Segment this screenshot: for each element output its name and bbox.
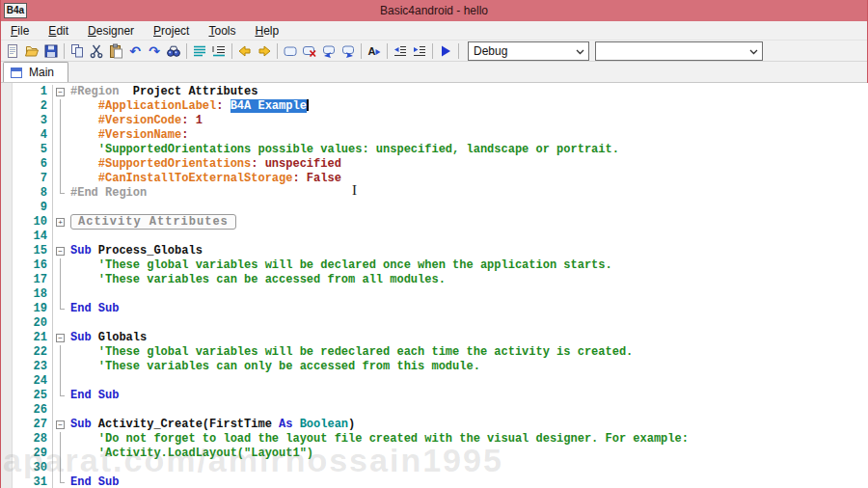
- collapse-region-icon[interactable]: −: [56, 420, 65, 429]
- format-lines-button[interactable]: [190, 41, 209, 61]
- comment-button[interactable]: [319, 41, 339, 61]
- run-button[interactable]: [436, 41, 455, 61]
- tab-main[interactable]: Main: [3, 62, 68, 82]
- code-line[interactable]: 18: [1, 287, 868, 302]
- paste-button[interactable]: [106, 41, 125, 61]
- fold-column: [53, 432, 68, 447]
- outdent-button[interactable]: [391, 41, 410, 61]
- nav-back-button[interactable]: [235, 41, 255, 61]
- format-lines-2-button[interactable]: [209, 41, 229, 61]
- redo-button[interactable]: ↷: [145, 41, 164, 61]
- code-segment: Activity_Create(FirstTime: [92, 418, 279, 431]
- code-segment: : 1: [181, 114, 203, 127]
- code-line[interactable]: 26: [1, 403, 868, 418]
- line-number: 27: [1, 418, 53, 432]
- code-segment: : unspecified: [251, 157, 341, 171]
- tab-main-label: Main: [29, 66, 54, 79]
- code-line[interactable]: 10+Activity Attributes: [1, 215, 868, 230]
- code-line[interactable]: 24: [1, 374, 868, 389]
- code-line[interactable]: 8#End Region: [1, 186, 868, 201]
- fold-column: [53, 230, 68, 244]
- undo-button[interactable]: ↶: [125, 41, 145, 61]
- code-segment: End Sub: [70, 389, 119, 402]
- code-segment: Process_Globals: [92, 244, 203, 258]
- code-line[interactable]: 23 'These variables can only be accessed…: [1, 360, 868, 374]
- code-segment: :: [216, 99, 230, 113]
- code-segment: 'These global variables will be declared…: [98, 258, 612, 272]
- new-file-icon: [5, 43, 20, 59]
- code-editor[interactable]: 1−#Region Project Attributes2 #Applicati…: [1, 83, 868, 488]
- cut-button[interactable]: [87, 41, 106, 61]
- code-line[interactable]: 17 'These variables can be accessed from…: [1, 273, 868, 287]
- new-file-button[interactable]: [3, 41, 22, 61]
- code-line[interactable]: 14: [1, 230, 868, 244]
- line-number: 28: [1, 432, 53, 447]
- code-line[interactable]: 30: [1, 461, 868, 475]
- select-block-icon: [283, 43, 298, 59]
- code-line[interactable]: 21−Sub Globals: [1, 331, 868, 345]
- menu-designer[interactable]: Designer: [78, 21, 144, 41]
- autocomplete-button[interactable]: A: [365, 41, 384, 61]
- fold-column: [53, 258, 68, 273]
- code-segment: 'These variables can be accessed from al…: [98, 273, 446, 286]
- menu-help[interactable]: Help: [245, 21, 288, 41]
- menu-file[interactable]: File: [1, 21, 39, 41]
- code-line[interactable]: 7 #CanInstallToExternalStorage: False: [1, 172, 868, 186]
- line-number: 8: [1, 186, 53, 201]
- copy-button[interactable]: [68, 41, 87, 61]
- collapse-region-icon[interactable]: −: [56, 247, 65, 256]
- expand-region-icon[interactable]: +: [56, 218, 65, 227]
- titlebar[interactable]: B4a Basic4android - hello: [1, 0, 867, 21]
- run-icon: [438, 43, 453, 59]
- code-line[interactable]: 25End Sub: [1, 389, 868, 403]
- code-line[interactable]: 28 'Do not forget to load the layout fil…: [1, 432, 868, 447]
- code-text: 'These variables can be accessed from al…: [68, 273, 446, 287]
- open-folder-button[interactable]: [22, 41, 41, 61]
- code-segment: End Sub: [70, 475, 119, 488]
- code-line[interactable]: 4 #VersionName:: [1, 128, 868, 143]
- code-line[interactable]: 3 #VersionCode: 1: [1, 114, 868, 128]
- menu-tools[interactable]: Tools: [199, 21, 245, 41]
- code-line[interactable]: 2 #ApplicationLabel: B4A Example: [1, 99, 868, 114]
- find-button[interactable]: [164, 41, 183, 61]
- code-line[interactable]: 5 'SupportedOrientations possible values…: [1, 143, 868, 157]
- code-segment: Boolean: [292, 418, 348, 431]
- line-number: 6: [1, 157, 53, 172]
- line-number: 26: [1, 403, 53, 418]
- code-line[interactable]: 27−Sub Activity_Create(FirstTime As Bool…: [1, 418, 868, 432]
- uncomment-button[interactable]: [339, 41, 358, 61]
- collapsed-region-box[interactable]: Activity Attributes: [70, 214, 236, 230]
- fold-guide: [60, 461, 61, 475]
- module-select[interactable]: [595, 41, 763, 61]
- build-config-select[interactable]: Debug: [468, 41, 589, 61]
- line-number: 5: [1, 143, 53, 157]
- toolbar-separator: [186, 43, 187, 59]
- code-line[interactable]: 22 'These global variables will be redec…: [1, 345, 868, 360]
- line-number: 30: [1, 461, 53, 475]
- code-line[interactable]: 6 #SupportedOrientations: unspecified: [1, 157, 868, 172]
- nav-forward-button[interactable]: [255, 41, 274, 61]
- delete-block-button[interactable]: [300, 41, 319, 61]
- code-text: [68, 230, 70, 244]
- code-segment: Sub: [70, 418, 92, 431]
- code-line[interactable]: 20: [1, 316, 868, 331]
- code-line[interactable]: 16 'These global variables will be decla…: [1, 258, 868, 273]
- code-line[interactable]: 1−#Region Project Attributes: [1, 85, 868, 99]
- fold-guide: [60, 374, 61, 389]
- code-line[interactable]: 31End Sub: [1, 475, 868, 488]
- menu-project[interactable]: Project: [144, 21, 199, 41]
- nav-back-icon: [237, 43, 253, 59]
- code-line[interactable]: 15−Sub Process_Globals: [1, 244, 868, 258]
- menu-edit[interactable]: Edit: [39, 21, 78, 41]
- save-button[interactable]: [41, 41, 61, 61]
- collapse-region-icon[interactable]: −: [56, 88, 65, 96]
- code-line[interactable]: 9: [1, 201, 868, 215]
- fold-column: [53, 172, 68, 186]
- select-block-button[interactable]: [281, 41, 300, 61]
- code-line[interactable]: 29 'Activity.LoadLayout("Layout1"): [1, 447, 868, 461]
- fold-guide: [60, 114, 61, 128]
- code-text: #CanInstallToExternalStorage: False: [68, 172, 341, 186]
- code-line[interactable]: 19End Sub: [1, 302, 868, 316]
- indent-button[interactable]: [410, 41, 429, 61]
- collapse-region-icon[interactable]: −: [56, 334, 65, 342]
